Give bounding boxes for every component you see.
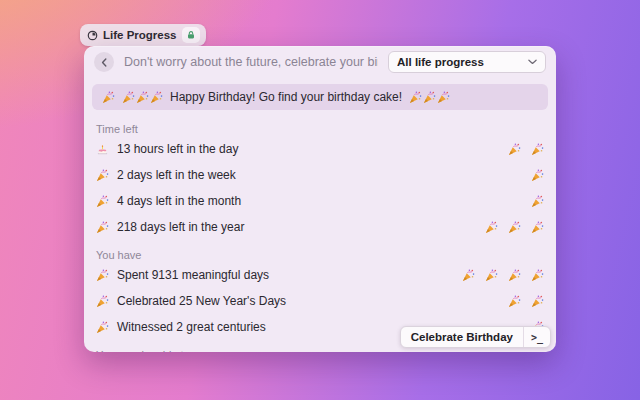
party-popper-icon [508, 143, 521, 156]
banner-prefix-poppers [122, 91, 163, 104]
row-label: 13 hours left in the day [117, 142, 238, 156]
life-progress-icon [87, 30, 98, 41]
section-label: You may be able to [96, 348, 544, 352]
search-input[interactable] [124, 55, 378, 69]
list-item[interactable]: 13 hours left in the day [96, 136, 544, 162]
row-label: 218 days left in the year [117, 220, 244, 234]
banner-text: Happy Birthday! Go find your birthday ca… [170, 90, 402, 104]
window-title: Life Progress [103, 29, 177, 41]
party-popper-icon [437, 91, 450, 104]
row-label: 2 days left in the week [117, 168, 236, 182]
chevron-down-icon [528, 59, 537, 65]
row-label: Witnessed 2 great centuries [117, 320, 266, 334]
desktop-background: Life Progress All life progress [0, 0, 640, 400]
party-popper-icon [102, 91, 115, 104]
party-popper-icon [462, 269, 475, 282]
party-popper-icon [531, 269, 544, 282]
party-popper-icon [531, 295, 544, 308]
window-title-tab[interactable]: Life Progress [80, 24, 206, 46]
life-progress-window: All life progress Happy Birthday! Go fin… [84, 46, 556, 352]
back-button[interactable] [94, 52, 114, 72]
filter-dropdown[interactable]: All life progress [388, 51, 546, 73]
list-item[interactable]: 218 days left in the year [96, 214, 544, 240]
banner-suffix-poppers [409, 91, 450, 104]
trailing-poppers [531, 195, 544, 208]
list-item[interactable]: Celebrated 25 New Year's Days [96, 288, 544, 314]
party-popper-icon [508, 221, 521, 234]
party-popper-icon [150, 91, 163, 104]
party-popper-icon [485, 221, 498, 234]
chevron-left-icon [101, 58, 108, 67]
lock-icon [186, 30, 196, 40]
party-popper-icon [508, 295, 521, 308]
trailing-poppers [462, 269, 544, 282]
celebrate-birthday-button[interactable]: Celebrate Birthday [401, 327, 523, 347]
trailing-poppers [485, 221, 544, 234]
list-item[interactable]: 4 days left in the month [96, 188, 544, 214]
party-popper-icon [531, 143, 544, 156]
list-item[interactable]: 2 days left in the week [96, 162, 544, 188]
party-popper-icon [136, 91, 149, 104]
party-popper-icon [485, 269, 498, 282]
party-popper-icon [96, 221, 109, 234]
row-label: 4 days left in the month [117, 194, 241, 208]
section-label: Time left [96, 122, 544, 136]
party-popper-icon [423, 91, 436, 104]
banner-leading-popper [102, 91, 115, 104]
party-popper-icon [409, 91, 422, 104]
party-popper-icon [122, 91, 135, 104]
party-popper-icon [508, 269, 521, 282]
party-popper-icon [96, 195, 109, 208]
birthday-cake-icon [96, 143, 109, 156]
party-popper-icon [96, 321, 109, 334]
section-label: You have [96, 248, 544, 262]
trailing-poppers [531, 169, 544, 182]
party-popper-icon [531, 195, 544, 208]
trailing-poppers [508, 143, 544, 156]
lock-badge[interactable] [182, 27, 200, 43]
sections: Time left13 hours left in the day2 days … [84, 110, 556, 352]
party-popper-icon [96, 169, 109, 182]
filter-dropdown-value: All life progress [397, 56, 522, 68]
party-popper-icon [96, 295, 109, 308]
party-popper-icon [531, 221, 544, 234]
trailing-poppers [508, 295, 544, 308]
party-popper-icon [96, 269, 109, 282]
row-label: Spent 9131 meaningful days [117, 268, 269, 282]
row-label: Celebrated 25 New Year's Days [117, 294, 286, 308]
action-bar: Celebrate Birthday >_ [400, 326, 551, 348]
party-popper-icon [531, 169, 544, 182]
list-item[interactable]: Spent 9131 meaningful days [96, 262, 544, 288]
birthday-banner[interactable]: Happy Birthday! Go find your birthday ca… [92, 84, 548, 110]
terminal-icon[interactable]: >_ [524, 327, 550, 347]
window-header: All life progress [84, 46, 556, 78]
